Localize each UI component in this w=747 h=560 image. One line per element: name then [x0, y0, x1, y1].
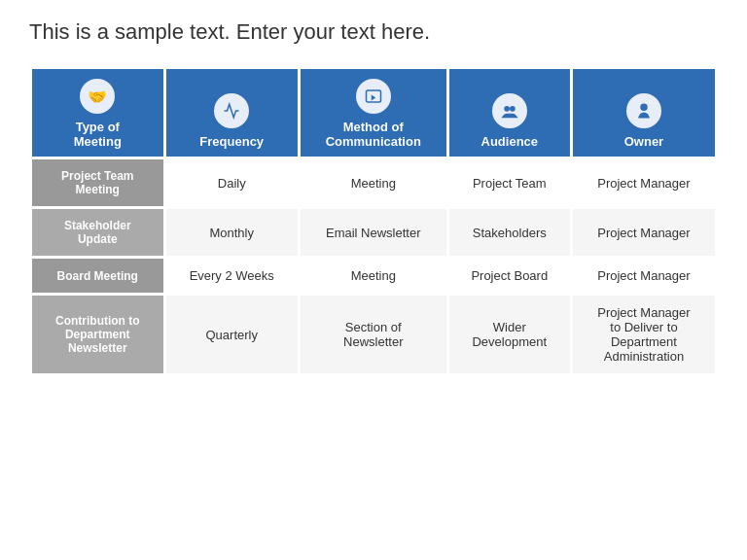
communication-table: 🤝 Type of Meeting Frequency — [29, 66, 718, 376]
cell-type: Board Meeting — [32, 259, 163, 293]
col-method: Method of Communication — [301, 69, 446, 157]
table-row: Contribution to Department NewsletterQua… — [32, 296, 715, 373]
cell-owner: Project Manager to Deliver to Department… — [573, 296, 715, 373]
svg-point-4 — [640, 104, 648, 112]
cell-type: Stakeholder Update — [32, 209, 163, 256]
type-icon: 🤝 — [80, 79, 115, 114]
cell-audience: Project Team — [449, 159, 570, 206]
col-owner: Owner — [573, 69, 715, 157]
cell-audience: Project Board — [449, 259, 570, 293]
col-frequency: Frequency — [166, 69, 298, 157]
heading: This is a sample text. Enter your text h… — [29, 19, 718, 45]
svg-marker-1 — [372, 95, 376, 101]
col-type: 🤝 Type of Meeting — [32, 69, 163, 157]
table-header-row: 🤝 Type of Meeting Frequency — [32, 69, 715, 157]
table-row: Stakeholder UpdateMonthlyEmail Newslette… — [32, 209, 715, 256]
cell-type: Contribution to Department Newsletter — [32, 296, 163, 373]
audience-icon — [492, 93, 527, 128]
cell-frequency: Quarterly — [166, 296, 298, 373]
frequency-icon — [214, 93, 249, 128]
cell-frequency: Daily — [166, 159, 298, 206]
cell-method: Section of Newsletter — [301, 296, 446, 373]
method-icon — [356, 79, 391, 114]
table-row: Board MeetingEvery 2 WeeksMeetingProject… — [32, 259, 715, 293]
svg-point-2 — [504, 106, 510, 112]
cell-method: Meeting — [301, 259, 446, 293]
cell-owner: Project Manager — [573, 259, 715, 293]
cell-audience: Wider Development — [449, 296, 570, 373]
cell-frequency: Every 2 Weeks — [166, 259, 298, 293]
cell-method: Email Newsletter — [301, 209, 446, 256]
cell-type: Project Team Meeting — [32, 159, 163, 206]
cell-method: Meeting — [301, 159, 446, 206]
col-audience: Audience — [449, 69, 570, 157]
table-row: Project Team MeetingDailyMeetingProject … — [32, 159, 715, 206]
cell-audience: Stakeholders — [449, 209, 570, 256]
owner-icon — [626, 93, 661, 128]
cell-frequency: Monthly — [166, 209, 298, 256]
cell-owner: Project Manager — [573, 209, 715, 256]
cell-owner: Project Manager — [573, 159, 715, 206]
svg-point-3 — [510, 106, 516, 112]
